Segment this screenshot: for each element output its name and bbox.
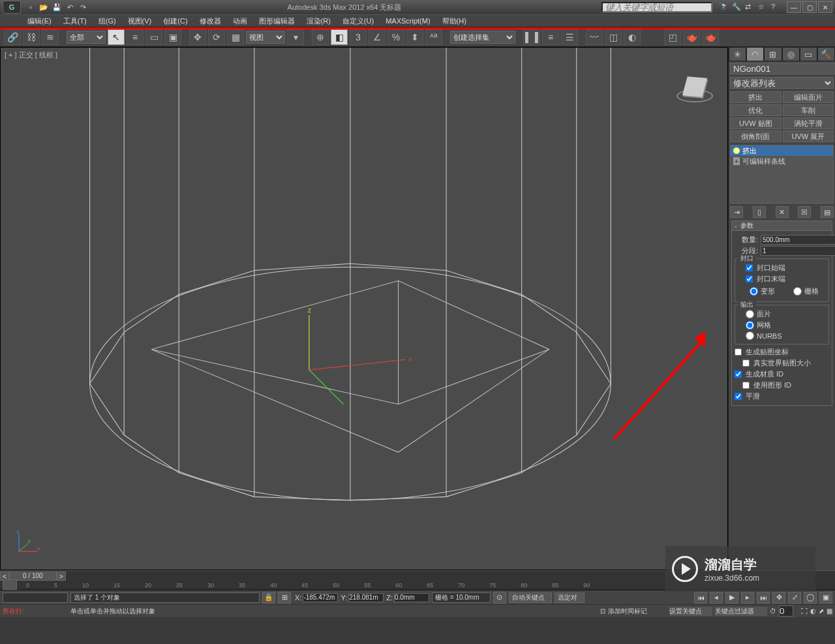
show-end-icon[interactable]: ▯ xyxy=(753,206,766,218)
btn-uvwunwrap[interactable]: UVW 展开 xyxy=(783,130,834,142)
rdo-patch[interactable] xyxy=(746,310,754,318)
manip-icon[interactable]: ⊕ xyxy=(312,29,329,45)
exchange-icon[interactable]: ⇄ xyxy=(745,3,754,12)
viewport[interactable]: [ + ] 正交 [ 线框 ] x z x z y xyxy=(0,47,728,570)
menu-view[interactable]: 视图(V) xyxy=(127,15,153,27)
chk-capend[interactable] xyxy=(746,275,753,283)
teapot-render-icon[interactable]: 🫖 xyxy=(683,29,700,45)
nav-pan-icon[interactable]: ✥ xyxy=(772,592,785,604)
select-name-icon[interactable]: ≡ xyxy=(127,29,144,45)
btn-bevelprofile[interactable]: 倒角剖面 xyxy=(730,130,782,142)
redo-icon[interactable]: ↷ xyxy=(78,3,87,12)
help-search-input[interactable] xyxy=(601,2,712,12)
select-rect-icon[interactable]: ▭ xyxy=(145,29,162,45)
schematic-icon[interactable]: ◫ xyxy=(605,29,622,45)
config-icon[interactable]: ▤ xyxy=(821,206,834,218)
hierarchy-tab-icon[interactable]: ⊞ xyxy=(764,47,782,61)
angsnap-icon[interactable]: ∠ xyxy=(369,29,386,45)
nav-walk-icon[interactable]: ⬈ xyxy=(819,607,824,615)
nav-zoom-icon[interactable]: ⤢ xyxy=(788,592,801,604)
trackbar-toggle-icon[interactable] xyxy=(3,579,17,590)
refcoord-combo[interactable]: 视图 xyxy=(246,31,285,44)
btn-optimize[interactable]: 优化 xyxy=(730,104,782,116)
select-window-icon[interactable]: ▣ xyxy=(164,29,181,45)
move-icon[interactable]: ✥ xyxy=(189,29,206,45)
render-prod-icon[interactable]: 🫖 xyxy=(702,29,719,45)
nav-max2-icon[interactable]: ▦ xyxy=(827,607,832,615)
named-selset-combo[interactable]: 创建选择集 xyxy=(450,31,515,44)
btn-extrude[interactable]: 挤出 xyxy=(730,91,782,103)
menu-render[interactable]: 渲染(R) xyxy=(305,15,332,27)
time-config-icon[interactable]: ⏱ xyxy=(770,607,776,615)
menu-customize[interactable]: 自定义(U) xyxy=(341,15,375,27)
chk-genmap[interactable] xyxy=(735,348,742,356)
btn-uvwmap[interactable]: UVW 贴图 xyxy=(730,117,782,129)
amount-spinner[interactable]: ▲▼ xyxy=(761,235,808,245)
minimize-button[interactable]: — xyxy=(787,1,801,13)
chk-capstart[interactable] xyxy=(746,264,753,271)
nav-orbit-icon[interactable]: ◯ xyxy=(804,592,817,604)
rdo-nurbs[interactable] xyxy=(746,331,754,340)
nav-fov-icon[interactable]: ◐ xyxy=(810,607,816,615)
menu-group[interactable]: 组(G) xyxy=(97,15,117,27)
star-icon[interactable]: ☆ xyxy=(758,3,767,12)
seg-spinner[interactable]: ▲▼ xyxy=(761,246,808,256)
pivot-icon[interactable]: ▾ xyxy=(287,29,304,45)
rollout-header[interactable]: -参数 xyxy=(731,221,832,231)
viewcube[interactable] xyxy=(675,67,714,106)
rdo-mesh[interactable] xyxy=(746,321,754,330)
goto-end-icon[interactable]: ⏭ xyxy=(757,592,770,604)
scale-icon[interactable]: ▦ xyxy=(227,29,244,45)
align-icon[interactable]: ≡ xyxy=(542,29,559,45)
menu-tools[interactable]: 工具(T) xyxy=(62,15,88,27)
bind-icon[interactable]: ≋ xyxy=(42,29,59,45)
wrench-icon[interactable]: 🔧 xyxy=(732,3,741,12)
modify-tab-icon[interactable]: ◠ xyxy=(746,47,764,61)
remove-mod-icon[interactable]: ☒ xyxy=(798,206,811,218)
keyfilter-button[interactable]: 关键点过滤器 xyxy=(715,607,767,616)
undo-icon[interactable]: ↶ xyxy=(65,3,74,12)
stack-item-extrude[interactable]: 挤出 xyxy=(731,146,833,156)
menu-edit[interactable]: 编辑(E) xyxy=(26,15,53,27)
menu-create[interactable]: 创建(C) xyxy=(162,15,189,27)
rotate-icon[interactable]: ⟳ xyxy=(208,29,225,45)
snap3-icon[interactable]: 3 xyxy=(350,29,367,45)
play-icon[interactable]: ▶ xyxy=(725,592,738,604)
pctsnap-icon[interactable]: % xyxy=(387,29,404,45)
display-tab-icon[interactable]: ▭ xyxy=(800,47,817,61)
frame-input[interactable] xyxy=(779,606,793,617)
layers-icon[interactable]: ☰ xyxy=(561,29,578,45)
sel-lock-icon[interactable]: ᴬᴮ xyxy=(425,29,442,45)
object-name-input[interactable] xyxy=(730,63,835,74)
rdo-grid[interactable] xyxy=(793,287,802,296)
setkey-button[interactable]: 设置关键点 xyxy=(669,607,712,616)
time-tag-icon[interactable]: ⊡ xyxy=(600,607,605,615)
chk-realworld[interactable] xyxy=(742,360,750,367)
new-icon[interactable]: ▫ xyxy=(26,3,35,12)
menu-modifiers[interactable]: 修改器 xyxy=(198,15,222,27)
nav-max-icon[interactable]: ▣ xyxy=(819,592,832,604)
selection-filter[interactable]: 全部 xyxy=(67,31,106,44)
stack-item-spline[interactable]: +可编辑样条线 xyxy=(731,156,833,166)
app-icon[interactable]: G xyxy=(3,1,21,14)
create-tab-icon[interactable]: ✳ xyxy=(729,47,746,61)
link-icon[interactable]: 🔗 xyxy=(4,29,21,45)
chk-smooth[interactable] xyxy=(735,393,742,400)
modifier-list-dropdown[interactable]: 修改器列表 xyxy=(730,77,834,89)
next-frame-icon[interactable]: ▸ xyxy=(741,592,754,604)
bulb-icon[interactable] xyxy=(733,147,740,154)
btn-editpatch[interactable]: 编辑面片 xyxy=(783,91,834,103)
amount-input[interactable] xyxy=(761,235,835,245)
motion-tab-icon[interactable]: ◎ xyxy=(782,47,800,61)
unique-icon[interactable]: ✕ xyxy=(776,206,789,218)
open-icon[interactable]: 📂 xyxy=(39,3,48,12)
select-icon[interactable]: ↖ xyxy=(108,29,125,45)
pin-stack-icon[interactable]: ⇥ xyxy=(730,206,743,218)
plus-icon[interactable]: + xyxy=(733,157,740,165)
menu-help[interactable]: 帮助(H) xyxy=(441,15,468,27)
seg-input[interactable] xyxy=(761,246,835,256)
rdo-morph[interactable] xyxy=(750,287,758,296)
btn-turbosmooth[interactable]: 涡轮平滑 xyxy=(783,117,834,129)
binoculars-icon[interactable]: 🔭 xyxy=(719,3,728,12)
maximize-button[interactable]: ▢ xyxy=(802,1,817,13)
